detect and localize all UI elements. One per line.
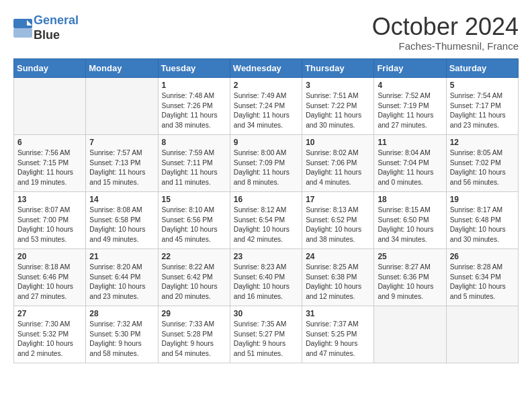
weekday-header-tuesday: Tuesday [158,58,230,77]
calendar-cell: 21Sunrise: 8:20 AMSunset: 6:44 PMDayligh… [86,248,158,306]
day-number: 18 [378,195,442,204]
day-number: 10 [306,138,370,147]
day-info: Sunrise: 7:32 AMSunset: 5:30 PMDaylight:… [89,320,154,360]
calendar-cell: 27Sunrise: 7:30 AMSunset: 5:32 PMDayligh… [14,306,86,363]
day-info: Sunrise: 7:48 AMSunset: 7:26 PMDaylight:… [162,91,226,132]
day-number: 24 [306,252,370,261]
calendar-cell: 5Sunrise: 7:54 AMSunset: 7:17 PMDaylight… [446,77,518,134]
day-info: Sunrise: 7:35 AMSunset: 5:27 PMDaylight:… [234,320,298,360]
calendar-cell: 18Sunrise: 8:15 AMSunset: 6:50 PMDayligh… [374,191,446,248]
header-row: SundayMondayTuesdayWednesdayThursdayFrid… [14,58,519,77]
logo-icon [13,19,32,38]
calendar-cell: 24Sunrise: 8:25 AMSunset: 6:38 PMDayligh… [302,248,374,306]
day-number: 1 [162,81,226,90]
day-number: 15 [162,195,226,204]
calendar-cell: 8Sunrise: 7:59 AMSunset: 7:11 PMDaylight… [158,134,230,191]
month-title: October 2024 [372,13,519,40]
day-info: Sunrise: 8:10 AMSunset: 6:56 PMDaylight:… [162,205,226,246]
logo: General Blue [13,13,79,42]
day-info: Sunrise: 7:30 AMSunset: 5:32 PMDaylight:… [17,320,82,360]
calendar-header: SundayMondayTuesdayWednesdayThursdayFrid… [14,58,519,77]
day-info: Sunrise: 8:05 AMSunset: 7:02 PMDaylight:… [450,148,515,189]
calendar-cell: 9Sunrise: 8:00 AMSunset: 7:09 PMDaylight… [230,134,302,191]
day-number: 22 [162,252,226,261]
week-row-2: 6Sunrise: 7:56 AMSunset: 7:15 PMDaylight… [14,134,519,191]
day-info: Sunrise: 8:08 AMSunset: 6:58 PMDaylight:… [89,205,154,246]
calendar-cell: 26Sunrise: 8:28 AMSunset: 6:34 PMDayligh… [446,248,518,306]
week-row-5: 27Sunrise: 7:30 AMSunset: 5:32 PMDayligh… [14,306,519,363]
calendar-table: SundayMondayTuesdayWednesdayThursdayFrid… [13,58,519,363]
day-number: 30 [234,309,298,318]
calendar-cell: 31Sunrise: 7:37 AMSunset: 5:25 PMDayligh… [302,306,374,363]
day-number: 8 [162,138,226,147]
day-number: 21 [89,252,154,261]
day-number: 26 [450,252,515,261]
weekday-header-wednesday: Wednesday [230,58,302,77]
day-info: Sunrise: 8:28 AMSunset: 6:34 PMDaylight:… [450,263,515,303]
day-info: Sunrise: 8:04 AMSunset: 7:04 PMDaylight:… [378,148,442,189]
week-row-4: 20Sunrise: 8:18 AMSunset: 6:46 PMDayligh… [14,248,519,306]
logo-line1: General [34,13,79,27]
weekday-header-monday: Monday [86,58,158,77]
calendar-cell: 15Sunrise: 8:10 AMSunset: 6:56 PMDayligh… [158,191,230,248]
calendar-cell: 25Sunrise: 8:27 AMSunset: 6:36 PMDayligh… [374,248,446,306]
day-number: 29 [162,309,226,318]
calendar-body: 1Sunrise: 7:48 AMSunset: 7:26 PMDaylight… [14,77,519,363]
day-number: 2 [234,81,298,90]
day-number: 4 [378,81,442,90]
calendar-cell: 28Sunrise: 7:32 AMSunset: 5:30 PMDayligh… [86,306,158,363]
day-info: Sunrise: 7:37 AMSunset: 5:25 PMDaylight:… [306,320,370,360]
calendar-cell [86,77,158,134]
calendar-cell: 7Sunrise: 7:57 AMSunset: 7:13 PMDaylight… [86,134,158,191]
day-number: 12 [450,138,515,147]
day-info: Sunrise: 8:07 AMSunset: 7:00 PMDaylight:… [17,205,82,246]
day-info: Sunrise: 8:17 AMSunset: 6:48 PMDaylight:… [450,205,515,246]
day-number: 17 [306,195,370,204]
day-number: 7 [89,138,154,147]
day-number: 6 [17,138,82,147]
day-number: 13 [17,195,82,204]
calendar-cell: 10Sunrise: 8:02 AMSunset: 7:06 PMDayligh… [302,134,374,191]
weekday-header-thursday: Thursday [302,58,374,77]
calendar-cell: 1Sunrise: 7:48 AMSunset: 7:26 PMDaylight… [158,77,230,134]
day-info: Sunrise: 7:54 AMSunset: 7:17 PMDaylight:… [450,91,515,132]
weekday-header-saturday: Saturday [446,58,518,77]
day-info: Sunrise: 7:49 AMSunset: 7:24 PMDaylight:… [234,91,298,132]
calendar-cell: 6Sunrise: 7:56 AMSunset: 7:15 PMDaylight… [14,134,86,191]
calendar-cell [446,306,518,363]
page-header: General Blue October 2024 Faches-Thumesn… [13,13,519,52]
calendar-cell: 30Sunrise: 7:35 AMSunset: 5:27 PMDayligh… [230,306,302,363]
day-number: 23 [234,252,298,261]
day-info: Sunrise: 7:52 AMSunset: 7:19 PMDaylight:… [378,91,442,132]
day-info: Sunrise: 8:20 AMSunset: 6:44 PMDaylight:… [89,263,154,303]
calendar-cell: 19Sunrise: 8:17 AMSunset: 6:48 PMDayligh… [446,191,518,248]
svg-rect-1 [13,28,32,38]
calendar-cell [374,306,446,363]
calendar-cell: 16Sunrise: 8:12 AMSunset: 6:54 PMDayligh… [230,191,302,248]
calendar-cell [14,77,86,134]
day-info: Sunrise: 7:56 AMSunset: 7:15 PMDaylight:… [17,148,82,189]
day-number: 28 [89,309,154,318]
logo-line2: Blue [34,28,79,43]
day-info: Sunrise: 8:18 AMSunset: 6:46 PMDaylight:… [17,263,82,303]
calendar-cell: 12Sunrise: 8:05 AMSunset: 7:02 PMDayligh… [446,134,518,191]
day-number: 14 [89,195,154,204]
day-info: Sunrise: 8:12 AMSunset: 6:54 PMDaylight:… [234,205,298,246]
calendar-cell: 2Sunrise: 7:49 AMSunset: 7:24 PMDaylight… [230,77,302,134]
calendar-cell: 13Sunrise: 8:07 AMSunset: 7:00 PMDayligh… [14,191,86,248]
location: Faches-Thumesnil, France [372,40,519,52]
day-number: 16 [234,195,298,204]
day-info: Sunrise: 8:13 AMSunset: 6:52 PMDaylight:… [306,205,370,246]
day-info: Sunrise: 7:57 AMSunset: 7:13 PMDaylight:… [89,148,154,189]
day-number: 31 [306,309,370,318]
calendar-cell: 11Sunrise: 8:04 AMSunset: 7:04 PMDayligh… [374,134,446,191]
calendar-cell: 3Sunrise: 7:51 AMSunset: 7:22 PMDaylight… [302,77,374,134]
day-info: Sunrise: 8:25 AMSunset: 6:38 PMDaylight:… [306,263,370,303]
day-info: Sunrise: 8:02 AMSunset: 7:06 PMDaylight:… [306,148,370,189]
weekday-header-friday: Friday [374,58,446,77]
calendar-cell: 17Sunrise: 8:13 AMSunset: 6:52 PMDayligh… [302,191,374,248]
day-number: 9 [234,138,298,147]
title-block: October 2024 Faches-Thumesnil, France [372,13,519,52]
calendar-cell: 23Sunrise: 8:23 AMSunset: 6:40 PMDayligh… [230,248,302,306]
day-number: 5 [450,81,515,90]
